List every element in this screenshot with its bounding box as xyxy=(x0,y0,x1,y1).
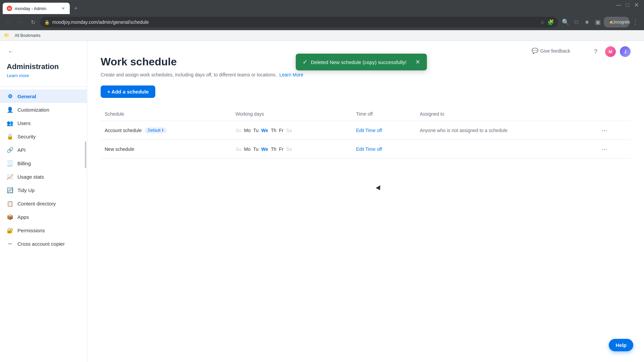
toast-close-button[interactable]: ✕ xyxy=(415,58,420,66)
day-th-2: Th xyxy=(271,146,276,152)
sidebar-item-api[interactable]: 🔗 API xyxy=(0,143,87,157)
incognito-badge: 🕵 Incognito xyxy=(604,17,629,27)
address-bar[interactable]: 🔒 moodjoy.monday.com/admin/general/sched… xyxy=(40,17,558,27)
back-button[interactable]: ← xyxy=(4,17,13,27)
sidebar-item-label-api: API xyxy=(17,147,25,153)
more-actions-button-2[interactable]: ··· xyxy=(599,144,610,154)
sidebar-item-cross-account[interactable]: ↔ Cross account copier xyxy=(0,237,87,250)
assigned-to-text: Anyone who is not assigned to a schedule xyxy=(420,128,508,133)
admin-learn-more-link[interactable]: Learn more xyxy=(7,73,29,78)
extensions-icon[interactable]: 🧩 xyxy=(547,19,554,25)
help-question-icon[interactable]: ? xyxy=(590,46,601,57)
working-days-cell: Su Mo Tu We Th Fr Sa xyxy=(231,121,352,140)
sidebar-item-label-users: Users xyxy=(17,120,31,126)
search-icon[interactable]: 🔍 xyxy=(561,17,570,27)
sidebar-item-label-content-directory: Content directory xyxy=(17,201,56,206)
sidebar-item-permissions[interactable]: 🔐 Permissions xyxy=(0,224,87,237)
day-th: Th xyxy=(271,128,276,133)
close-tab-button[interactable]: ✕ xyxy=(60,6,66,11)
sidebar-item-general[interactable]: ⚙ General xyxy=(0,89,87,103)
permissions-icon: 🔐 xyxy=(7,227,13,234)
tab-favicon: m xyxy=(7,6,12,11)
edit-time-off-link-2[interactable]: Edit Time off xyxy=(356,146,382,152)
main-content: ? M J 💬 Give feedback Work schedule Crea… xyxy=(87,41,644,362)
working-days-cell-2: Su Mo Tu We Th Fr Sa xyxy=(231,140,352,159)
user-avatar[interactable]: J xyxy=(620,46,631,57)
customization-icon: 👤 xyxy=(7,106,13,113)
col-time-off: Time off xyxy=(352,109,416,121)
minimize-button[interactable]: ─ xyxy=(616,3,621,7)
toast-notification: ✓ Deleted New schedule (copy) successful… xyxy=(296,54,427,70)
assigned-to-cell: Anyone who is not assigned to a schedule xyxy=(416,121,595,140)
browser-toolbar: 🔍 ⬡ ★ ▣ 🕵 Incognito ⋮ xyxy=(561,17,640,27)
sidebar-item-label-customization: Customization xyxy=(17,107,49,113)
edit-time-off-link-1[interactable]: Edit Time off xyxy=(356,128,382,133)
admin-title: Administration xyxy=(7,62,80,71)
day-sa: Sa xyxy=(286,128,292,133)
sidebar-item-label-usage-stats: Usage stats xyxy=(17,174,44,180)
schedule-name-cell-2: New schedule xyxy=(101,140,231,159)
actions-cell: ··· xyxy=(595,121,631,140)
sidebar-item-tidy-up[interactable]: 🔃 Tidy Up xyxy=(0,183,87,197)
sidebar-item-security[interactable]: 🔒 Security xyxy=(0,130,87,143)
sidebar-item-label-general: General xyxy=(17,94,36,99)
schedule-name-text-2: New schedule xyxy=(105,146,134,152)
learn-more-link[interactable]: Learn More xyxy=(279,72,304,77)
admin-section: Administration Learn more xyxy=(0,62,87,84)
maximize-button[interactable]: □ xyxy=(625,3,630,7)
incognito-label: Incognito xyxy=(617,17,627,27)
sidebar-item-users[interactable]: 👥 Users xyxy=(0,116,87,130)
bookmarks-all-button[interactable]: All Bookmarks xyxy=(12,33,43,39)
sidebar-nav: ⚙ General 👤 Customization 👥 Users 🔒 Secu… xyxy=(0,89,87,362)
time-off-cell-2: Edit Time off xyxy=(352,140,416,159)
day-sa-2: Sa xyxy=(286,146,292,152)
content-directory-icon: 📋 xyxy=(7,200,13,207)
day-mo: Mo xyxy=(244,128,250,133)
schedule-name-text: Account schedule xyxy=(105,128,142,133)
sidebar-item-label-cross-account: Cross account copier xyxy=(17,241,65,247)
sidebar: ← Administration Learn more ⚙ General 👤 … xyxy=(0,41,87,362)
more-actions-button-1[interactable]: ··· xyxy=(599,125,610,135)
sidebar-item-label-apps: Apps xyxy=(17,214,29,220)
day-tu-2: Tu xyxy=(253,146,259,152)
tab-groups-icon[interactable]: ▣ xyxy=(593,17,602,27)
day-su-2: Su xyxy=(235,146,241,152)
sidebar-item-label-security: Security xyxy=(17,134,36,139)
table-row: Account schedule Default ℹ Su Mo Tu xyxy=(101,121,631,140)
tab-title: monday - Admin xyxy=(15,6,58,11)
star-icon[interactable]: ☆ xyxy=(540,19,545,25)
new-tab-button[interactable]: + xyxy=(71,4,80,13)
sidebar-item-content-directory[interactable]: 📋 Content directory xyxy=(0,197,87,210)
reload-button[interactable]: ↻ xyxy=(28,17,38,27)
browser-tab[interactable]: m monday - Admin ✕ xyxy=(3,3,70,14)
give-feedback-label[interactable]: Give feedback xyxy=(540,48,571,54)
close-button[interactable]: ✕ xyxy=(634,3,639,7)
user-avatar-2[interactable]: M xyxy=(605,46,616,57)
add-schedule-button[interactable]: + Add a schedule xyxy=(101,85,155,98)
sidebar-item-customization[interactable]: 👤 Customization xyxy=(0,103,87,116)
more-menu-icon[interactable]: ⋮ xyxy=(631,17,640,27)
col-assigned-to: Assigned to xyxy=(416,109,595,121)
help-button[interactable]: Help xyxy=(609,339,633,351)
table-body: Account schedule Default ℹ Su Mo Tu xyxy=(101,121,631,159)
api-icon: 🔗 xyxy=(7,146,13,153)
apps-icon: 📦 xyxy=(7,214,13,220)
day-fr: Fr xyxy=(279,128,283,133)
url-display: moodjoy.monday.com/admin/general/schedul… xyxy=(52,19,537,25)
sidebar-back-button[interactable]: ← xyxy=(5,46,16,57)
page-description: Create and assign work schedules, includ… xyxy=(101,72,631,77)
sidebar-item-billing[interactable]: 🧾 Billing xyxy=(0,157,87,170)
table-header: Schedule Working days Time off Assigned … xyxy=(101,109,631,121)
default-badge-label: Default xyxy=(148,128,161,133)
sidebar-item-apps[interactable]: 📦 Apps xyxy=(0,210,87,224)
info-icon[interactable]: ℹ xyxy=(162,128,163,132)
address-bar-icons: ☆ 🧩 xyxy=(540,19,554,25)
extension-icon[interactable]: ⬡ xyxy=(572,17,581,27)
bookmark-star-icon[interactable]: ★ xyxy=(582,17,592,27)
actions-cell-2: ··· xyxy=(595,140,631,159)
sidebar-scrollbar[interactable] xyxy=(85,141,86,168)
forward-button[interactable]: → xyxy=(16,17,25,27)
sidebar-item-label-tidy-up: Tidy Up xyxy=(17,187,35,193)
top-header-icons: ? M J xyxy=(590,46,631,57)
sidebar-item-usage-stats[interactable]: 📈 Usage stats xyxy=(0,170,87,183)
